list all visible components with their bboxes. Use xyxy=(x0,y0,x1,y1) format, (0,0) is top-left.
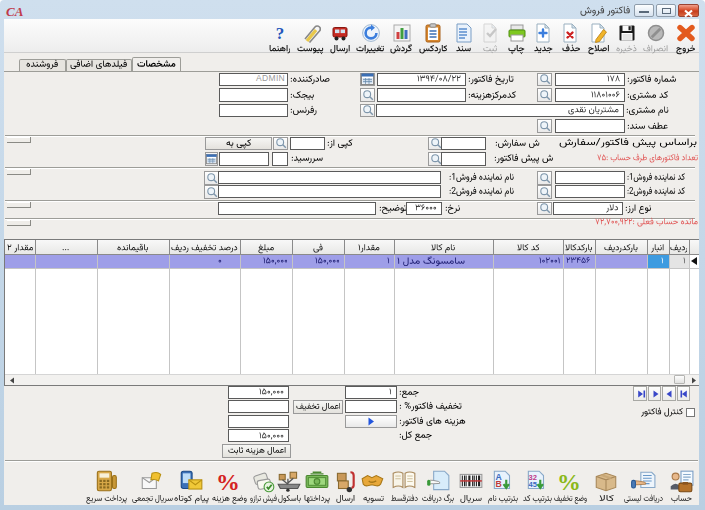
svg-text:?: ? xyxy=(275,24,284,43)
svg-text:B: B xyxy=(496,479,502,489)
svg-text:%: % xyxy=(557,469,581,495)
svg-text:%: % xyxy=(216,469,240,495)
svg-text:45: 45 xyxy=(528,480,536,489)
